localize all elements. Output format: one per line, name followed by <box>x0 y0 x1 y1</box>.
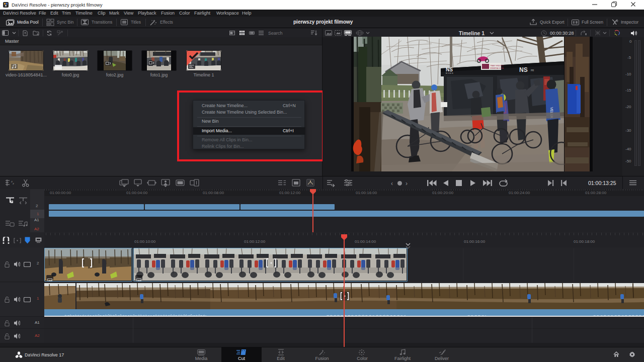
svg-text:BIKES: BIKES <box>446 72 454 74</box>
svg-text:TRASY ENDURO: TRASY ENDURO <box>490 65 504 67</box>
svg-text:NS: NS <box>446 67 453 72</box>
svg-text:NS: NS <box>519 66 528 73</box>
svg-text:SREBRNA GORA: SREBRNA GORA <box>490 67 504 69</box>
svg-text:PR: PR <box>531 69 534 72</box>
svg-text:z: z <box>13 182 14 185</box>
